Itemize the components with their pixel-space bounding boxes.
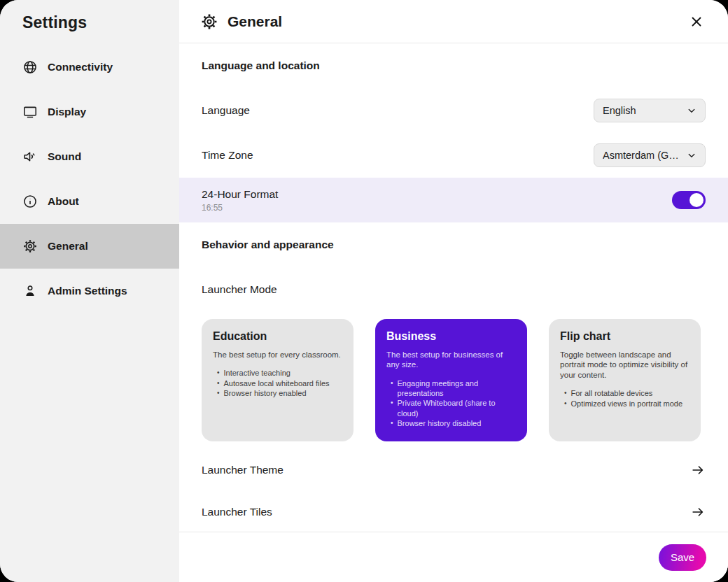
card-bullet: For all rotatable devices (571, 388, 653, 399)
sound-icon (22, 149, 38, 164)
card-description: Toggle between landscape and portrait mo… (560, 350, 690, 380)
card-bullets: Engaging meetings and presentations Priv… (386, 378, 516, 429)
toggle-knob (690, 193, 704, 207)
sidebar-item-label: About (48, 195, 79, 208)
card-bullet: Browser history enabled (224, 388, 307, 399)
sidebar-item-label: Display (48, 106, 86, 118)
sidebar-item-label: Connectivity (48, 61, 113, 73)
language-dropdown-value: English (603, 105, 681, 116)
hour-format-time: 16:55 (202, 203, 278, 213)
language-row: Language English (179, 88, 728, 133)
card-bullet: Browser history disabled (398, 418, 482, 429)
footer-bar: Save (179, 532, 728, 582)
chevron-down-icon (685, 149, 698, 162)
person-icon (22, 283, 38, 299)
card-description: The best setup for every classroom. (213, 350, 342, 360)
sidebar-item-sound[interactable]: Sound (0, 134, 179, 179)
card-title: Education (213, 330, 342, 343)
card-bullets: For all rotatable devices Optimized view… (560, 388, 690, 409)
launcher-mode-row: Launcher Mode (179, 267, 728, 312)
sidebar-item-admin-settings[interactable]: Admin Settings (0, 269, 179, 313)
section-title: Language and location (202, 59, 320, 72)
sidebar-item-label: Sound (48, 150, 81, 163)
section-language-location: Language and location (179, 43, 728, 88)
card-bullet: Engaging meetings and presentations (398, 378, 516, 399)
launcher-mode-card-education[interactable]: Education The best setup for every class… (202, 319, 354, 441)
info-icon (22, 194, 38, 209)
card-description: The best setup for businesses of any siz… (386, 350, 516, 370)
globe-icon (22, 59, 38, 75)
main-header: General (179, 0, 728, 43)
section-title: Behavior and appearance (202, 239, 334, 251)
sidebar-item-general[interactable]: General (0, 224, 179, 269)
launcher-mode-card-business[interactable]: Business The best setup for businesses o… (375, 319, 527, 441)
section-behavior-appearance: Behavior and appearance (179, 222, 728, 267)
launcher-mode-card-flip-chart[interactable]: Flip chart Toggle between landscape and … (549, 319, 701, 441)
arrow-right-icon[interactable] (690, 462, 706, 478)
launcher-mode-cards: Education The best setup for every class… (179, 312, 728, 441)
close-icon[interactable] (686, 11, 707, 32)
gear-icon (200, 13, 218, 31)
launcher-tiles-label: Launcher Tiles (202, 506, 272, 518)
card-bullets: Interactive teaching Autosave local whit… (213, 368, 342, 399)
timezone-label: Time Zone (202, 149, 253, 162)
card-bullet: Interactive teaching (224, 368, 290, 378)
language-label: Language (202, 104, 250, 117)
sidebar-item-label: Admin Settings (48, 285, 127, 297)
sidebar-item-about[interactable]: About (0, 179, 179, 224)
timezone-dropdown[interactable]: Asmterdam (G… (594, 143, 706, 167)
timezone-row: Time Zone Asmterdam (G… (179, 133, 728, 178)
settings-content: Language and location Language English T… (179, 43, 728, 532)
chevron-down-icon (685, 104, 698, 117)
hour-format-label: 24-Hour Format (202, 188, 278, 201)
card-title: Flip chart (560, 330, 690, 343)
sidebar-title: Settings (0, 0, 179, 45)
save-button[interactable]: Save (659, 544, 706, 571)
sidebar: Settings Connectivity Display (0, 0, 179, 582)
hour-format-row: 24-Hour Format 16:55 (179, 178, 728, 222)
sidebar-item-connectivity[interactable]: Connectivity (0, 45, 179, 90)
card-bullet: Optimized views in portrait mode (571, 399, 683, 409)
card-title: Business (386, 330, 516, 343)
sidebar-item-label: General (48, 240, 88, 253)
display-icon (22, 104, 38, 120)
settings-window: Settings Connectivity Display (0, 0, 728, 582)
launcher-theme-label: Launcher Theme (202, 464, 284, 476)
hour-format-toggle[interactable] (672, 191, 706, 209)
main-panel: General Language and location Language E… (179, 0, 728, 582)
timezone-dropdown-value: Asmterdam (G… (603, 150, 681, 161)
page-title: General (227, 13, 282, 30)
gear-icon (22, 239, 38, 254)
launcher-theme-row[interactable]: Launcher Theme (179, 448, 728, 492)
launcher-mode-label: Launcher Mode (202, 283, 277, 296)
card-bullet: Private Whiteboard (share to cloud) (398, 398, 516, 418)
sidebar-item-display[interactable]: Display (0, 90, 179, 134)
launcher-tiles-row[interactable]: Launcher Tiles (179, 492, 728, 532)
language-dropdown[interactable]: English (594, 99, 706, 122)
card-bullet: Autosave local whiteboard files (224, 378, 330, 389)
arrow-right-icon[interactable] (690, 504, 706, 520)
